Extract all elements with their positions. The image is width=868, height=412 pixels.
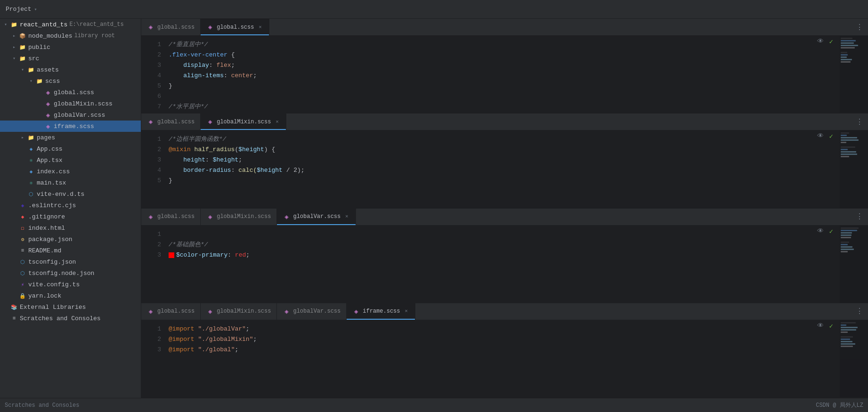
tab-iframe_scss_active[interactable]: ◈iframe.scss× (347, 303, 415, 320)
tree-arrow-index_html[interactable] (10, 224, 18, 232)
pane-eye-btn-pane4[interactable]: 👁 (815, 321, 826, 331)
sidebar-item-eslintrc[interactable]: ◈.eslintrc.cjs (0, 200, 141, 211)
sidebar-item-vite_config[interactable]: ⚡vite.config.ts (0, 279, 141, 290)
token: $height (238, 145, 264, 155)
sidebar-item-globalVar_scss[interactable]: ◈globalVar.scss (0, 109, 141, 121)
token: /*水平居中*/ (169, 102, 208, 112)
top-bar: Project ▾ (0, 0, 868, 19)
tree-arrow-scss[interactable] (27, 77, 35, 85)
sidebar-item-scratches[interactable]: ≡Scratches and Consoles (0, 313, 141, 324)
tree-arrow-gitignore[interactable] (10, 213, 18, 220)
code-content-pane2[interactable]: /*边框半圆角函数*/@mixin half_radius($height) {… (165, 130, 840, 208)
sidebar-item-scss[interactable]: 📁scss (0, 75, 141, 87)
tab-close-global_scss_active[interactable]: × (257, 24, 263, 31)
tree-arrow-readme_md[interactable] (10, 247, 18, 254)
tab-global_scss_2[interactable]: ◈global.scss (141, 113, 201, 130)
tree-arrow-globalMixin_scss[interactable] (36, 100, 43, 107)
tab-bar-more-pane3[interactable] (851, 209, 868, 225)
html-icon: ◻ (19, 224, 26, 232)
sidebar-item-package_json[interactable]: ⚙package.json (0, 234, 141, 245)
pane-eye-btn-pane3[interactable]: 👁 (815, 226, 826, 236)
tab-bar-more-pane4[interactable] (851, 303, 868, 320)
tab-global_scss_active[interactable]: ◈global.scss× (201, 19, 269, 35)
tab-global_scss_4[interactable]: ◈global.scss (141, 303, 201, 320)
sidebar-item-node_modules[interactable]: 📦node_modules library root (0, 30, 141, 41)
project-title[interactable]: Project ▾ (6, 6, 37, 13)
code-content-pane1[interactable]: /*垂直居中*/.flex-ver-center { display: flex… (165, 36, 840, 113)
tree-arrow-vite_env[interactable] (19, 190, 26, 198)
sidebar-item-react_antd_ts[interactable]: 📁react_antd_ts E:\react_antd_ts (0, 19, 141, 30)
code-content-pane3[interactable]: /*基础颜色*/$color-primary: red; (165, 226, 840, 303)
pane-eye-btn-pane1[interactable]: 👁 (815, 37, 826, 47)
sidebar-item-index_css[interactable]: ◈index.css (0, 166, 141, 177)
sidebar-item-src[interactable]: 📁src (0, 53, 141, 64)
tree-arrow-iframe_scss[interactable] (36, 122, 43, 130)
pane-check-btn-pane2[interactable]: ✓ (827, 131, 835, 141)
tree-arrow-external_libs[interactable] (2, 303, 9, 311)
tree-arrow-node_modules[interactable] (10, 32, 18, 40)
sidebar-item-public[interactable]: 📁public (0, 41, 141, 53)
tree-arrow-package_json[interactable] (10, 235, 18, 243)
tree-arrow-global_scss[interactable] (36, 89, 43, 96)
pane-check-btn-pane4[interactable]: ✓ (827, 321, 835, 331)
tab-globalMixin_scss_3[interactable]: ◈globalMixin.scss (201, 303, 277, 320)
tree-arrow-globalVar_scss[interactable] (36, 111, 43, 119)
sidebar-item-globalMixin_scss[interactable]: ◈globalMixin.scss (0, 98, 141, 109)
tab-bar-more-pane2[interactable] (851, 113, 868, 130)
tab-close-globalVar_scss_active[interactable]: × (343, 213, 350, 220)
tab-globalVar_scss_active[interactable]: ◈globalVar.scss× (277, 209, 356, 225)
tree-arrow-tsconfig_json[interactable] (10, 258, 18, 266)
sidebar-item-readme_md[interactable]: ≡README.md (0, 245, 141, 256)
tree-arrow-public[interactable] (10, 43, 18, 51)
tree-arrow-eslintrc[interactable] (10, 202, 18, 209)
sidebar-item-external_libs[interactable]: 📚External Libraries (0, 301, 141, 313)
sidebar-item-pages[interactable]: 📁pages (0, 132, 141, 143)
sidebar-item-vite_env[interactable]: ⬡vite-env.d.ts (0, 188, 141, 200)
tree-arrow-scratches[interactable] (2, 315, 9, 322)
token: { (231, 50, 235, 60)
tree-arrow-index_css[interactable] (19, 168, 26, 175)
tab-globalVar_scss_2[interactable]: ◈globalVar.scss (277, 303, 347, 320)
sidebar-item-tsconfig_json[interactable]: ⬡tsconfig.json (0, 256, 141, 267)
tab-global_scss_1[interactable]: ◈global.scss (141, 19, 201, 35)
tree-arrow-app_tsx[interactable] (19, 156, 26, 164)
tree-arrow-main_tsx[interactable] (19, 179, 26, 186)
sidebar-item-global_scss[interactable]: ◈global.scss (0, 87, 141, 98)
tab-label-global_scss_1: global.scss (157, 24, 195, 31)
sidebar-item-app_css[interactable]: ◈App.css (0, 143, 141, 154)
tree-arrow-pages[interactable] (19, 134, 26, 141)
sidebar-item-yarn_lock[interactable]: 🔒yarn.lock (0, 290, 141, 301)
tab-globalMixin_scss_active[interactable]: ◈globalMixin.scss× (201, 113, 286, 130)
editor-pane-pane1: ◈global.scss◈global.scss×1234567891011/*… (141, 19, 868, 113)
sidebar-item-tsconfig_node[interactable]: ⬡tsconfig.node.json (0, 267, 141, 279)
tab-close-globalMixin_scss_active[interactable]: × (274, 119, 280, 125)
tab-bar-more-pane1[interactable] (851, 19, 868, 35)
tree-arrow-src[interactable] (10, 55, 18, 62)
code-content-pane4[interactable]: @import "./globalVar";@import "./globalM… (165, 320, 840, 397)
token: : (231, 165, 239, 176)
tree-label-iframe_scss: iframe.scss (54, 123, 94, 130)
sidebar-item-main_tsx[interactable]: ⚛main.tsx (0, 177, 141, 188)
token: display (169, 60, 209, 71)
tree-arrow-tsconfig_node[interactable] (10, 269, 18, 277)
sidebar-item-gitignore[interactable]: ◆.gitignore (0, 211, 141, 222)
sidebar-item-index_html[interactable]: ◻index.html (0, 222, 141, 234)
sidebar-item-iframe_scss[interactable]: ◈iframe.scss (0, 121, 141, 132)
tree-arrow-yarn_lock[interactable] (10, 292, 18, 299)
tab-global_scss_3[interactable]: ◈global.scss (141, 209, 201, 225)
tab-close-iframe_scss_active[interactable]: × (403, 308, 409, 315)
pane-check-btn-pane1[interactable]: ✓ (827, 37, 835, 47)
tree-arrow-app_css[interactable] (19, 145, 26, 153)
sidebar-item-assets[interactable]: 📁assets (0, 64, 141, 75)
tree-arrow-assets[interactable] (19, 66, 26, 73)
tab-label-global_scss_active: global.scss (217, 24, 254, 31)
pane-eye-btn-pane2[interactable]: 👁 (815, 131, 826, 141)
token: .flex-ver-center (169, 50, 231, 60)
tab-globalMixin_scss_2[interactable]: ◈globalMixin.scss (201, 209, 277, 225)
folder-src-icon: 📁 (19, 55, 26, 62)
sidebar-item-app_tsx[interactable]: ⚛App.tsx (0, 154, 141, 166)
pane-check-btn-pane3[interactable]: ✓ (827, 226, 835, 236)
tree-arrow-react_antd_ts[interactable] (2, 21, 9, 28)
tree-arrow-vite_config[interactable] (10, 281, 18, 288)
token: ; (246, 250, 250, 260)
